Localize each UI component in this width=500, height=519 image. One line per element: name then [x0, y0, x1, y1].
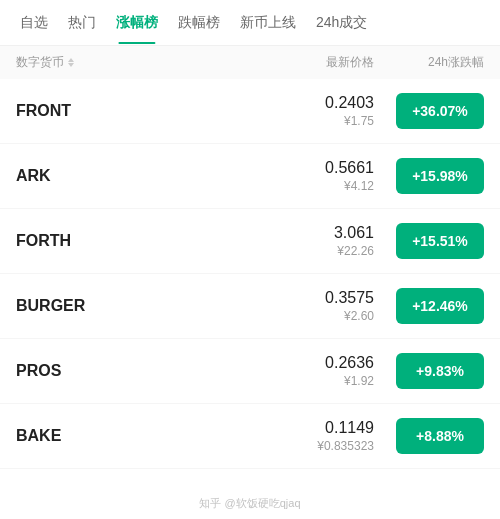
tab-new[interactable]: 新币上线	[230, 2, 306, 44]
price-cny: ¥2.60	[244, 309, 374, 323]
change-badge: +8.88%	[396, 418, 484, 454]
coin-symbol: BAKE	[16, 427, 244, 445]
change-block: +8.88%	[374, 418, 484, 454]
price-cny: ¥22.26	[244, 244, 374, 258]
price-cny: ¥0.835323	[244, 439, 374, 453]
price-cny: ¥4.12	[244, 179, 374, 193]
price-cny: ¥1.92	[244, 374, 374, 388]
col-price-header: 最新价格	[244, 54, 374, 71]
change-badge: +15.51%	[396, 223, 484, 259]
sort-icon	[68, 58, 74, 67]
coin-list: FRONT 0.2403 ¥1.75 +36.07% ARK 0.5661 ¥4…	[0, 79, 500, 469]
coin-symbol: ARK	[16, 167, 244, 185]
nav-tabs: 自选热门涨幅榜跌幅榜新币上线24h成交	[0, 0, 500, 46]
coin-symbol: BURGER	[16, 297, 244, 315]
change-block: +15.51%	[374, 223, 484, 259]
table-row[interactable]: FORTH 3.061 ¥22.26 +15.51%	[0, 209, 500, 274]
tab-gainers[interactable]: 涨幅榜	[106, 2, 168, 44]
table-row[interactable]: ARK 0.5661 ¥4.12 +15.98%	[0, 144, 500, 209]
coin-symbol: FRONT	[16, 102, 244, 120]
change-block: +9.83%	[374, 353, 484, 389]
price-main: 0.3575	[244, 289, 374, 307]
table-header: 数字货币 最新价格 24h涨跌幅	[0, 46, 500, 79]
table-row[interactable]: PROS 0.2636 ¥1.92 +9.83%	[0, 339, 500, 404]
price-cny: ¥1.75	[244, 114, 374, 128]
tab-watchlist[interactable]: 自选	[10, 2, 58, 44]
tab-losers[interactable]: 跌幅榜	[168, 2, 230, 44]
table-row[interactable]: BAKE 0.1149 ¥0.835323 +8.88%	[0, 404, 500, 469]
price-block: 0.2636 ¥1.92	[244, 354, 374, 388]
change-badge: +36.07%	[396, 93, 484, 129]
price-main: 0.5661	[244, 159, 374, 177]
watermark: 知乎 @软饭硬吃qjaq	[199, 496, 300, 511]
change-badge: +15.98%	[396, 158, 484, 194]
price-block: 0.2403 ¥1.75	[244, 94, 374, 128]
coin-symbol: FORTH	[16, 232, 244, 250]
change-badge: +9.83%	[396, 353, 484, 389]
tab-hot[interactable]: 热门	[58, 2, 106, 44]
price-block: 0.5661 ¥4.12	[244, 159, 374, 193]
change-block: +36.07%	[374, 93, 484, 129]
price-main: 0.2636	[244, 354, 374, 372]
price-block: 0.1149 ¥0.835323	[244, 419, 374, 453]
price-main: 0.1149	[244, 419, 374, 437]
table-row[interactable]: BURGER 0.3575 ¥2.60 +12.46%	[0, 274, 500, 339]
change-badge: +12.46%	[396, 288, 484, 324]
table-row[interactable]: FRONT 0.2403 ¥1.75 +36.07%	[0, 79, 500, 144]
price-block: 0.3575 ¥2.60	[244, 289, 374, 323]
change-block: +12.46%	[374, 288, 484, 324]
price-block: 3.061 ¥22.26	[244, 224, 374, 258]
price-main: 3.061	[244, 224, 374, 242]
col-name-header: 数字货币	[16, 54, 244, 71]
tab-volume[interactable]: 24h成交	[306, 2, 377, 44]
coin-symbol: PROS	[16, 362, 244, 380]
change-block: +15.98%	[374, 158, 484, 194]
price-main: 0.2403	[244, 94, 374, 112]
col-change-header: 24h涨跌幅	[374, 54, 484, 71]
